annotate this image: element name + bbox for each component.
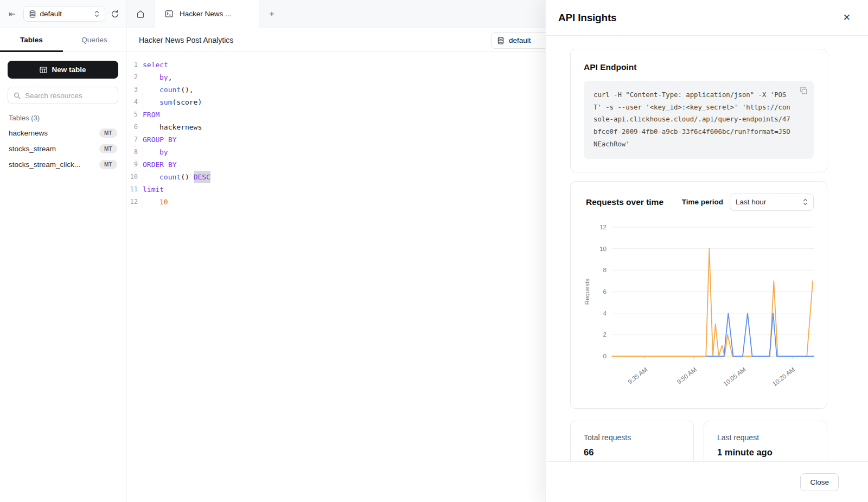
curl-code-block: curl -H "Content-Type: application/json"… xyxy=(584,81,814,159)
database-icon xyxy=(29,10,36,18)
sidebar-toolbar: ⇤ default xyxy=(0,0,126,28)
svg-text:9:50 AM: 9:50 AM xyxy=(676,366,698,385)
table-grid-icon xyxy=(40,67,47,73)
api-endpoint-title: API Endpoint xyxy=(584,62,814,72)
svg-text:6: 6 xyxy=(603,288,607,295)
chevron-updown-icon xyxy=(803,198,808,205)
panel-footer: Close xyxy=(546,461,868,502)
total-requests-card: Total requests 66 xyxy=(570,421,694,461)
tab-hacker-news[interactable]: Hacker News ... xyxy=(155,0,259,28)
panel-content: API Endpoint curl -H "Content-Type: appl… xyxy=(546,36,868,461)
close-icon[interactable]: ✕ xyxy=(841,11,853,24)
database-selector[interactable]: default xyxy=(23,6,105,22)
line-number: 2 xyxy=(126,71,143,83)
editor-database-value: default xyxy=(509,36,531,44)
line-number: 5 xyxy=(126,108,143,121)
svg-text:2: 2 xyxy=(603,331,607,338)
database-icon xyxy=(497,37,504,44)
home-icon xyxy=(136,10,145,18)
search-icon xyxy=(14,92,21,99)
tab-queries[interactable]: Queries xyxy=(63,28,126,52)
total-requests-label: Total requests xyxy=(584,433,680,442)
tab-tables[interactable]: Tables xyxy=(0,28,63,52)
line-number: 9 xyxy=(126,158,143,171)
total-requests-value: 66 xyxy=(584,447,680,458)
clickhouse-console: ⇤ default xyxy=(0,0,868,502)
copy-icon[interactable] xyxy=(800,87,808,97)
last-request-label: Last request xyxy=(717,433,814,442)
tab-label: Hacker News ... xyxy=(180,10,231,18)
sidebar-body: New table Tables (3) hackernewsMTstocks_… xyxy=(0,52,126,181)
sidebar-tabs: Tables Queries xyxy=(0,28,126,52)
table-engine-badge: MT xyxy=(99,160,117,169)
last-request-card: Last request 1 minute ago xyxy=(704,421,827,461)
table-row[interactable]: stocks_stream_click...MT xyxy=(8,157,118,172)
table-name: stocks_stream_click... xyxy=(9,160,80,169)
requests-chart-card: Requests over time Time period Last hour xyxy=(570,181,827,409)
search-box xyxy=(8,87,118,104)
query-title: Hacker News Post Analytics xyxy=(139,36,233,44)
home-tab-button[interactable] xyxy=(126,0,155,28)
time-period-group: Time period Last hour xyxy=(682,194,814,211)
svg-text:12: 12 xyxy=(599,224,607,230)
line-number: 12 xyxy=(126,196,143,208)
api-insights-panel: API Insights ✕ API Endpoint curl -H "Con… xyxy=(545,0,868,502)
line-number: 11 xyxy=(126,183,143,196)
line-number: 8 xyxy=(126,146,143,158)
svg-text:10: 10 xyxy=(599,245,607,252)
new-table-button[interactable]: New table xyxy=(8,61,118,79)
table-name: stocks_stream xyxy=(9,145,56,153)
line-number: 3 xyxy=(126,83,143,96)
curl-command: curl -H "Content-Type: application/json"… xyxy=(593,89,794,151)
table-row[interactable]: stocks_streamMT xyxy=(8,141,118,157)
svg-text:4: 4 xyxy=(603,310,607,316)
svg-text:10:05 AM: 10:05 AM xyxy=(722,366,747,387)
tables-list: hackernewsMTstocks_streamMTstocks_stream… xyxy=(8,125,118,172)
sidebar: ⇤ default xyxy=(0,0,126,502)
table-engine-badge: MT xyxy=(99,144,117,153)
table-name: hackernews xyxy=(9,129,48,137)
new-tab-button[interactable]: + xyxy=(259,0,284,28)
svg-text:10:20 AM: 10:20 AM xyxy=(771,366,796,387)
svg-text:Requests: Requests xyxy=(584,278,590,305)
tables-section-label: Tables (3) xyxy=(9,114,117,122)
new-table-label: New table xyxy=(52,66,86,74)
svg-text:9:35 AM: 9:35 AM xyxy=(627,366,649,385)
svg-text:8: 8 xyxy=(603,267,607,273)
time-period-label: Time period xyxy=(682,198,723,206)
database-selector-value: default xyxy=(40,10,90,18)
chart-title: Requests over time xyxy=(586,197,663,207)
last-request-value: 1 minute ago xyxy=(717,447,814,458)
chart-header: Requests over time Time period Last hour xyxy=(582,194,819,211)
chevron-updown-icon xyxy=(94,10,99,17)
requests-over-time-chart: 0246810129:35 AM9:50 AM10:05 AM10:20 AMR… xyxy=(582,215,820,400)
time-period-select[interactable]: Last hour xyxy=(730,194,814,211)
close-button[interactable]: Close xyxy=(800,473,839,491)
refresh-icon[interactable] xyxy=(111,10,119,18)
table-row[interactable]: hackernewsMT xyxy=(8,125,118,141)
panel-header: API Insights ✕ xyxy=(546,0,868,36)
line-number: 10 xyxy=(126,171,143,183)
time-period-value: Last hour xyxy=(736,198,766,206)
table-engine-badge: MT xyxy=(99,128,117,138)
panel-title: API Insights xyxy=(558,12,616,24)
line-number: 4 xyxy=(126,96,143,108)
line-number: 7 xyxy=(126,133,143,146)
terminal-icon xyxy=(165,10,173,18)
search-input[interactable] xyxy=(25,92,112,100)
stats-row: Total requests 66 Last request 1 minute … xyxy=(570,421,827,461)
line-number: 1 xyxy=(126,59,143,71)
svg-text:0: 0 xyxy=(603,353,607,359)
api-endpoint-card: API Endpoint curl -H "Content-Type: appl… xyxy=(570,49,827,172)
line-number: 6 xyxy=(126,121,143,133)
collapse-sidebar-icon[interactable]: ⇤ xyxy=(7,8,18,20)
